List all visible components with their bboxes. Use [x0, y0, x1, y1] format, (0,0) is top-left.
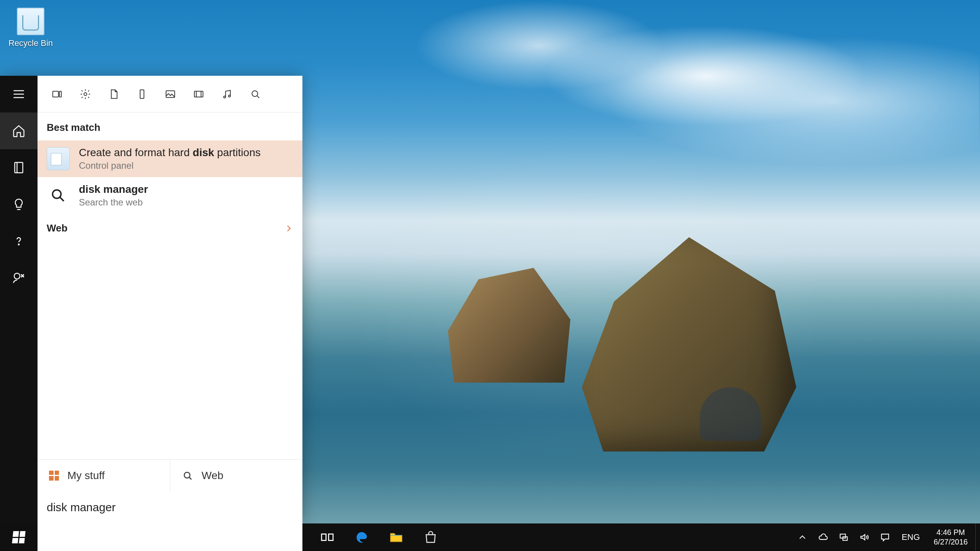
taskbar-file-explorer[interactable] [379, 523, 413, 551]
filter-phone[interactable] [136, 88, 149, 101]
start-button[interactable] [0, 523, 38, 551]
taskbar-edge[interactable] [345, 523, 379, 551]
taskbar-store[interactable] [413, 523, 448, 551]
desktop-icon-recycle-bin[interactable]: Recycle Bin [8, 8, 54, 48]
scope-label: My stuff [67, 469, 105, 482]
apps-icon [51, 88, 63, 100]
cloud-icon [818, 532, 828, 543]
home-icon [12, 124, 26, 138]
document-icon [108, 88, 119, 100]
svg-point-1 [18, 244, 19, 245]
clock-time: 4:46 PM [934, 528, 968, 537]
show-desktop-button[interactable] [975, 523, 980, 551]
taskbar: ENG 4:46 PM 6/27/2016 [0, 523, 980, 551]
filter-music[interactable] [220, 88, 234, 101]
tray-show-hidden[interactable] [792, 523, 813, 551]
scope-web[interactable]: Web [170, 460, 303, 491]
lightbulb-icon [12, 197, 26, 211]
filter-photos[interactable] [164, 88, 177, 101]
search-icon [182, 470, 193, 481]
scope-my-stuff[interactable]: My stuff [38, 460, 170, 491]
gear-icon [80, 88, 91, 100]
svg-rect-5 [140, 90, 144, 98]
recycle-bin-icon [17, 8, 44, 35]
svg-point-4 [84, 93, 87, 96]
svg-rect-13 [322, 534, 326, 541]
filter-apps[interactable] [51, 88, 64, 101]
sidebar-tips[interactable] [0, 186, 38, 223]
svg-rect-3 [59, 91, 61, 97]
svg-point-10 [252, 91, 258, 96]
task-view-button[interactable] [310, 523, 345, 551]
cortana-sidebar [0, 76, 38, 523]
result-best-match[interactable]: Create and format hard disk partitions C… [38, 140, 302, 177]
svg-point-9 [229, 95, 230, 97]
tray-volume[interactable] [854, 523, 875, 551]
photo-icon [165, 88, 176, 100]
scope-bar: My stuff Web [38, 459, 302, 491]
result-web-suggestion[interactable]: disk manager Search the web [38, 177, 302, 214]
svg-rect-2 [53, 91, 59, 97]
svg-rect-16 [843, 537, 848, 540]
cortana-results-panel: Best match Create and format hard disk p… [38, 76, 302, 523]
control-panel-icon [47, 147, 70, 170]
search-icon [250, 88, 261, 100]
result-title: Create and format hard disk partitions [79, 147, 261, 159]
scope-label: Web [202, 469, 224, 482]
network-icon [838, 532, 849, 543]
filter-settings[interactable] [79, 88, 92, 101]
speaker-icon [859, 532, 870, 543]
svg-rect-7 [194, 91, 203, 97]
tray-action-center[interactable] [875, 523, 895, 551]
hamburger-icon [12, 87, 26, 101]
web-label: Web [47, 222, 67, 234]
result-title: disk manager [79, 183, 148, 196]
section-best-match: Best match [38, 112, 302, 140]
tray-onedrive[interactable] [813, 523, 833, 551]
chevron-right-icon [284, 224, 293, 233]
edge-icon [354, 530, 369, 545]
filter-documents[interactable] [107, 88, 120, 101]
taskbar-search-host[interactable] [38, 523, 302, 551]
filter-row [38, 76, 302, 112]
svg-point-8 [224, 96, 225, 98]
chevron-up-icon [797, 532, 808, 543]
taskbar-clock[interactable]: 4:46 PM 6/27/2016 [926, 528, 975, 547]
search-icon [47, 184, 70, 207]
result-subtitle: Search the web [79, 197, 148, 208]
video-icon [193, 88, 204, 100]
phone-icon [136, 88, 148, 100]
feedback-icon [12, 271, 26, 285]
cortana-search-panel: Best match Create and format hard disk p… [0, 76, 302, 523]
music-icon [221, 88, 233, 100]
svg-rect-0 [15, 163, 23, 173]
windows-logo-icon [12, 531, 25, 543]
result-subtitle: Control panel [79, 160, 261, 171]
task-view-icon [320, 530, 335, 545]
filter-web[interactable] [249, 88, 262, 101]
language-indicator[interactable]: ENG [895, 532, 926, 542]
filter-videos[interactable] [192, 88, 205, 101]
store-icon [423, 530, 438, 545]
question-icon [12, 234, 26, 248]
tray-network[interactable] [833, 523, 854, 551]
sidebar-home[interactable] [0, 112, 38, 149]
svg-rect-14 [328, 534, 333, 541]
hamburger-button[interactable] [0, 76, 38, 112]
search-bar [38, 491, 302, 523]
svg-rect-6 [166, 91, 175, 98]
sidebar-feedback[interactable] [0, 259, 38, 296]
sidebar-help[interactable] [0, 223, 38, 259]
action-center-icon [880, 532, 890, 543]
clock-date: 6/27/2016 [934, 537, 968, 547]
svg-point-12 [184, 472, 190, 478]
notebook-icon [12, 161, 26, 174]
recycle-bin-label: Recycle Bin [8, 38, 53, 48]
web-section-header[interactable]: Web [38, 214, 302, 243]
sidebar-notebook[interactable] [0, 149, 38, 186]
folder-icon [389, 530, 404, 545]
windows-logo-icon [49, 471, 59, 481]
search-input[interactable] [47, 501, 293, 514]
